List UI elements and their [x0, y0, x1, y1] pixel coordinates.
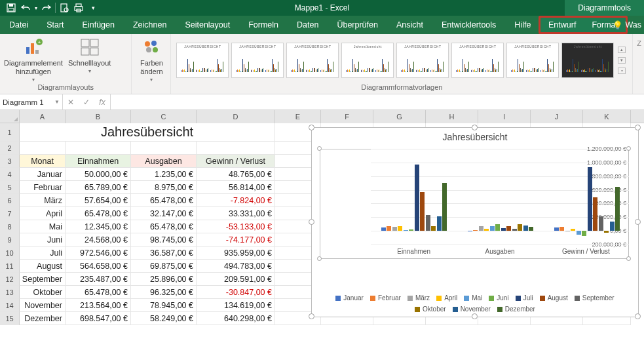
chart-style-thumb[interactable]: JAHRESÜBERSICHT	[396, 43, 449, 78]
legend-item[interactable]: Februar	[370, 294, 401, 302]
table-cell[interactable]: 209.591,00 €	[197, 273, 275, 286]
qat-customize-icon[interactable]: ▾	[86, 1, 100, 14]
chart-bar[interactable]	[588, 167, 592, 231]
table-cell[interactable]: -7.824,00 €	[197, 194, 275, 207]
chart-bar[interactable]	[468, 231, 472, 231]
row-header[interactable]: 4	[0, 168, 20, 181]
tab-seitenlayout[interactable]: Seitenlayout	[176, 16, 239, 34]
table-cell[interactable]: 96.325,00 €	[131, 286, 197, 299]
tab-entwicklertools[interactable]: Entwicklertools	[432, 16, 505, 34]
tab-hilfe[interactable]: Hilfe	[505, 16, 540, 34]
chart-bar[interactable]	[571, 229, 575, 231]
table-cell[interactable]: 32.147,00 €	[131, 207, 197, 220]
chart-title[interactable]: Jahresübersicht	[312, 132, 638, 142]
row-header[interactable]: 14	[0, 299, 20, 312]
table-title[interactable]: Jahresübersicht	[20, 123, 275, 142]
tab-formeln[interactable]: Formeln	[239, 16, 288, 34]
fx-icon[interactable]: fx	[94, 94, 110, 109]
chart-styles-gallery[interactable]: JAHRESÜBERSICHTJAHRESÜBERSICHTJAHRESÜBER…	[175, 37, 628, 83]
legend-item[interactable]: November	[453, 305, 491, 313]
embedded-chart[interactable]: Jahresübersicht1.200.000,00 €1.000.000,0…	[311, 127, 639, 317]
undo-more-icon[interactable]: ▾	[33, 1, 39, 14]
column-header[interactable]: B	[66, 110, 131, 123]
chart-bar[interactable]	[615, 187, 620, 231]
chart-style-thumb[interactable]: Jahresübersicht	[561, 43, 614, 78]
name-box[interactable]: Diagramm 1 ▼	[0, 94, 63, 109]
chart-bar[interactable]	[479, 226, 483, 231]
chart-bar[interactable]	[506, 226, 511, 231]
plot-resize-handle[interactable]	[317, 256, 322, 261]
table-cell[interactable]: 78.945,00 €	[131, 299, 197, 312]
row-header[interactable]: 7	[0, 207, 20, 220]
chart-bar[interactable]	[409, 229, 413, 231]
row-header[interactable]: 5	[0, 181, 20, 194]
table-header-cell[interactable]: Monat	[20, 155, 66, 168]
chart-bar[interactable]	[529, 227, 533, 231]
table-cell[interactable]: -74.177,00 €	[197, 233, 275, 246]
row-header[interactable]: 11	[0, 260, 20, 273]
cell[interactable]	[66, 142, 131, 155]
row-header[interactable]: 10	[0, 246, 20, 260]
row-header[interactable]: 15	[0, 312, 20, 325]
chart-bar[interactable]	[577, 231, 581, 235]
change-colors-button[interactable]: Farben ändern▾	[136, 37, 167, 83]
redo-icon[interactable]	[39, 1, 54, 14]
chart-bar[interactable]	[518, 224, 522, 231]
table-cell[interactable]: 25.896,00 €	[131, 273, 197, 286]
chart-style-thumb[interactable]: JAHRESÜBERSICHT	[286, 43, 339, 78]
table-cell[interactable]: 58.249,00 €	[131, 312, 197, 325]
cell[interactable]	[131, 142, 197, 155]
resize-handle[interactable]	[309, 313, 314, 319]
column-header[interactable]: G	[373, 110, 426, 123]
quick-print-icon[interactable]	[71, 1, 86, 14]
tab-ansicht[interactable]: Ansicht	[387, 16, 432, 34]
chart-bar[interactable]	[512, 229, 517, 231]
table-cell[interactable]: 698.547,00 €	[66, 312, 131, 325]
cancel-formula-icon[interactable]: ✕	[63, 94, 79, 109]
quick-layout-button[interactable]: Schnelllayout▾	[68, 37, 111, 74]
resize-handle[interactable]	[309, 219, 314, 225]
chart-bar[interactable]	[381, 227, 386, 231]
chart-bar[interactable]	[559, 227, 564, 231]
table-cell[interactable]: -53.133,00 €	[197, 220, 275, 233]
legend-item[interactable]: März	[407, 294, 430, 302]
table-cell[interactable]: 564.658,00 €	[66, 260, 131, 273]
chevron-down-icon[interactable]: ▼	[54, 99, 60, 105]
legend-item[interactable]: Dezember	[497, 305, 535, 313]
table-cell[interactable]: Juli	[20, 246, 66, 260]
chart-bar[interactable]	[484, 229, 489, 231]
table-cell[interactable]: September	[20, 273, 66, 286]
table-cell[interactable]: -30.847,00 €	[197, 286, 275, 299]
table-cell[interactable]: April	[20, 207, 66, 220]
table-cell[interactable]: 48.765,00 €	[197, 168, 275, 181]
chart-style-thumb[interactable]: JAHRESÜBERSICHT	[176, 43, 229, 78]
table-header-cell[interactable]: Einnahmen	[66, 155, 131, 168]
tab-einfügen[interactable]: Einfügen	[73, 16, 124, 34]
legend-item[interactable]: April	[436, 294, 457, 302]
chart-style-thumb[interactable]: Jahresübersicht	[341, 43, 394, 78]
chart-bar[interactable]	[554, 227, 559, 231]
table-cell[interactable]: 56.814,00 €	[197, 181, 275, 194]
resize-handle[interactable]	[635, 313, 641, 319]
table-cell[interactable]: 972.546,00 €	[66, 246, 131, 260]
add-chart-element-button[interactable]: + Diagrammelement hinzufügen▾	[4, 37, 63, 83]
table-cell[interactable]: 235.487,00 €	[66, 273, 131, 286]
legend-item[interactable]: Mai	[464, 294, 482, 302]
chart-bar[interactable]	[387, 226, 391, 231]
table-cell[interactable]: 24.568,00 €	[66, 233, 131, 246]
table-cell[interactable]: 8.975,00 €	[131, 181, 197, 194]
chart-bar[interactable]	[593, 197, 597, 231]
table-cell[interactable]: Juni	[20, 233, 66, 246]
row-header[interactable]: 13	[0, 286, 20, 299]
table-cell[interactable]: 1.235,00 €	[131, 168, 197, 181]
chart-bar[interactable]	[495, 224, 500, 231]
chart-bar[interactable]	[501, 228, 506, 231]
table-cell[interactable]: 57.654,00 €	[66, 194, 131, 207]
table-cell[interactable]: 50.000,00 €	[66, 168, 131, 181]
legend-item[interactable]: August	[540, 294, 568, 302]
resize-handle[interactable]	[472, 125, 478, 130]
chart-bar[interactable]	[582, 231, 586, 236]
table-cell[interactable]: 935.959,00 €	[197, 246, 275, 260]
select-all-corner[interactable]	[0, 110, 20, 123]
column-header[interactable]: K	[583, 110, 631, 123]
